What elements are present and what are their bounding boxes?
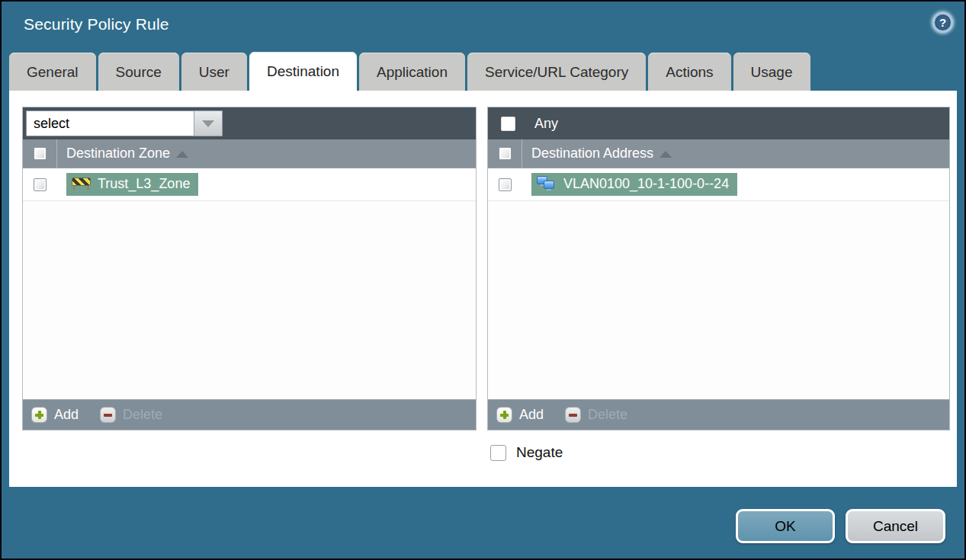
- zone-icon: [72, 178, 91, 190]
- address-icon: [537, 176, 557, 192]
- zone-toolbar: select: [23, 107, 476, 139]
- zone-select-combobox: select: [26, 110, 223, 136]
- tab-destination[interactable]: Destination: [249, 52, 357, 91]
- destination-tab-content: select Destination Zone Trust_L3_Zone: [9, 91, 957, 487]
- zone-column-header[interactable]: Destination Zone: [66, 146, 170, 162]
- tab-source[interactable]: Source: [98, 53, 179, 91]
- zone-add-button[interactable]: Add: [31, 407, 79, 423]
- any-checkbox[interactable]: [501, 117, 515, 131]
- ok-button[interactable]: OK: [736, 509, 835, 543]
- tab-usage[interactable]: Usage: [733, 53, 810, 91]
- tab-general[interactable]: General: [9, 53, 96, 91]
- titlebar: Security Policy Rule ?: [2, 2, 964, 49]
- zone-row-checkbox[interactable]: [34, 178, 47, 191]
- address-add-button[interactable]: Add: [496, 407, 544, 423]
- cancel-button[interactable]: Cancel: [846, 509, 945, 543]
- address-toolbar: Any: [488, 107, 949, 139]
- address-row-checkbox[interactable]: [499, 178, 512, 191]
- sort-ascending-icon: [660, 151, 672, 158]
- address-delete-button[interactable]: Delete: [565, 407, 627, 423]
- address-column-header-row: Destination Address: [488, 139, 949, 168]
- plus-icon: [31, 407, 47, 423]
- minus-icon: [565, 407, 581, 423]
- any-label: Any: [534, 116, 558, 132]
- address-list: VLAN0100_10-1-100-0--24: [488, 168, 949, 399]
- destination-address-panel: Any Destination Address VLAN0100_10-1-10…: [487, 107, 950, 430]
- zone-select-input[interactable]: select: [26, 110, 194, 136]
- address-footer: Add Delete: [488, 399, 949, 430]
- plus-icon: [496, 407, 512, 423]
- address-column-header[interactable]: Destination Address: [531, 146, 653, 162]
- tab-actions[interactable]: Actions: [648, 53, 730, 91]
- destination-zone-panel: select Destination Zone Trust_L3_Zone: [22, 107, 477, 430]
- help-icon[interactable]: ?: [932, 12, 953, 33]
- tab-service-url-category[interactable]: Service/URL Category: [467, 53, 646, 91]
- negate-row: Negate: [490, 444, 563, 461]
- zone-select-dropdown-button[interactable]: [194, 110, 223, 136]
- zone-list: Trust_L3_Zone: [23, 168, 476, 399]
- dialog-title: Security Policy Rule: [24, 15, 169, 34]
- zone-item[interactable]: Trust_L3_Zone: [66, 173, 198, 196]
- address-select-all-checkbox[interactable]: [499, 147, 512, 160]
- zone-footer: Add Delete: [23, 399, 476, 430]
- sort-ascending-icon: [176, 151, 188, 158]
- address-item-label: VLAN0100_10-1-100-0--24: [563, 176, 729, 192]
- tab-strip: General Source User Destination Applicat…: [9, 52, 957, 91]
- address-item[interactable]: VLAN0100_10-1-100-0--24: [531, 173, 737, 196]
- chevron-down-icon: [202, 120, 214, 127]
- negate-checkbox[interactable]: [490, 445, 506, 461]
- table-row: Trust_L3_Zone: [23, 168, 476, 201]
- zone-item-label: Trust_L3_Zone: [98, 176, 190, 192]
- minus-icon: [100, 407, 116, 423]
- security-policy-rule-dialog: { "window": { "title": "Security Policy …: [0, 0, 966, 560]
- zone-column-header-row: Destination Zone: [23, 139, 476, 168]
- zone-delete-button[interactable]: Delete: [100, 407, 162, 423]
- table-row: VLAN0100_10-1-100-0--24: [488, 168, 949, 201]
- negate-label: Negate: [516, 444, 563, 461]
- tab-user[interactable]: User: [181, 53, 247, 91]
- zone-select-all-checkbox[interactable]: [34, 147, 47, 160]
- tab-application[interactable]: Application: [359, 53, 465, 91]
